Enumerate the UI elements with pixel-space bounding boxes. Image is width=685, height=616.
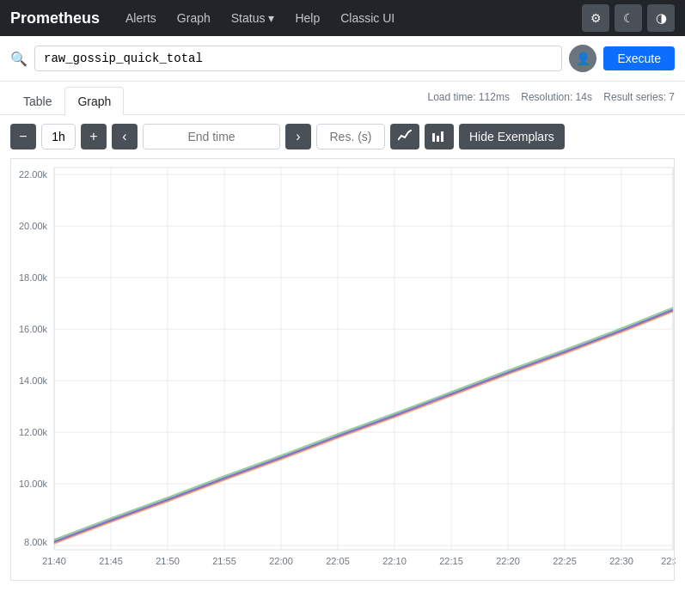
chart-wrapper: 22.00k 20.00k 18.00k 16.00k 14.00k 12.00… [10,158,675,581]
x-label-1: 21:45 [99,556,123,566]
line-chart-button[interactable] [390,124,419,149]
nav-help[interactable]: Help [286,6,328,30]
chart-container: 22.00k 20.00k 18.00k 16.00k 14.00k 12.00… [0,158,685,591]
svg-rect-23 [54,168,673,550]
search-input[interactable] [34,46,562,71]
y-label-5: 12.00k [19,427,48,437]
y-label-7: 8.00k [24,537,47,547]
next-time-button[interactable]: › [285,124,311,149]
nav-alerts[interactable]: Alerts [117,6,165,30]
nav-status-dropdown[interactable]: Status ▾ [223,6,284,30]
tab-meta: Load time: 112ms Resolution: 14s Result … [428,91,676,110]
settings-icon: ⚙ [590,11,602,25]
navbar: Prometheus Alerts Graph Status ▾ Help Cl… [0,0,685,36]
hide-exemplars-button[interactable]: Hide Exemplars [459,124,565,149]
theme-button[interactable]: ☾ [615,4,642,32]
svg-rect-0 [432,133,435,142]
x-label-9: 22:25 [553,556,577,566]
settings-button[interactable]: ⚙ [582,4,609,32]
svg-rect-1 [437,136,439,142]
tabs-area: Table Graph Load time: 112ms Resolution:… [0,82,685,115]
brand-link[interactable]: Prometheus [10,9,100,27]
nav-classic-ui[interactable]: Classic UI [332,6,403,30]
main-chart: 22.00k 20.00k 18.00k 16.00k 14.00k 12.00… [11,159,676,580]
user-icon: 👤 [576,52,590,65]
y-label-4: 14.00k [19,375,48,386]
line-chart-icon [398,130,412,144]
search-icon: 🔍 [10,51,28,67]
graph-controls: − + ‹ › Hide Exemplars [0,115,685,158]
tab-graph[interactable]: Graph [64,87,124,115]
y-label-2: 18.00k [19,272,48,283]
y-label-6: 10.00k [19,479,48,489]
result-series: Result series: 7 [603,91,675,103]
tab-table[interactable]: Table [10,87,64,115]
end-time-input[interactable] [143,124,280,149]
decrease-duration-button[interactable]: − [10,124,36,149]
contrast-icon: ◑ [656,10,667,26]
x-label-7: 22:15 [439,556,463,566]
x-label-10: 22:30 [609,556,633,566]
bar-chart-button[interactable] [425,124,454,149]
svg-rect-2 [441,131,443,142]
x-label-0: 21:40 [42,556,66,566]
x-label-2: 21:50 [156,556,180,566]
y-label-3: 16.00k [19,324,48,334]
load-time: Load time: 112ms [428,91,510,103]
x-label-5: 22:05 [326,556,350,566]
chart-line-3 [54,308,673,540]
chevron-down-icon: ▾ [268,11,274,25]
nav-links: Alerts Graph Status ▾ Help Classic UI [117,6,403,30]
prev-time-button[interactable]: ‹ [112,124,138,149]
x-label-11: 22:35 [661,556,676,566]
x-label-6: 22:10 [382,556,407,566]
nav-icons: ⚙ ☾ ◑ [582,4,675,32]
resolution: Resolution: 14s [521,91,592,103]
x-label-4: 22:00 [269,556,293,566]
resolution-input[interactable] [316,124,385,149]
duration-input[interactable] [41,124,76,149]
y-label-1: 20.00k [19,221,48,231]
user-icon-button[interactable]: 👤 [569,45,596,72]
y-label-0: 22.00k [19,169,48,180]
x-label-8: 22:20 [496,556,520,566]
contrast-button[interactable]: ◑ [647,4,675,32]
search-bar: 🔍 👤 Execute [0,36,685,82]
bar-chart-icon [432,130,446,144]
moon-icon: ☾ [623,11,634,25]
nav-graph[interactable]: Graph [168,6,219,30]
execute-button[interactable]: Execute [603,46,675,70]
x-label-3: 21:55 [212,556,236,566]
increase-duration-button[interactable]: + [81,124,107,149]
